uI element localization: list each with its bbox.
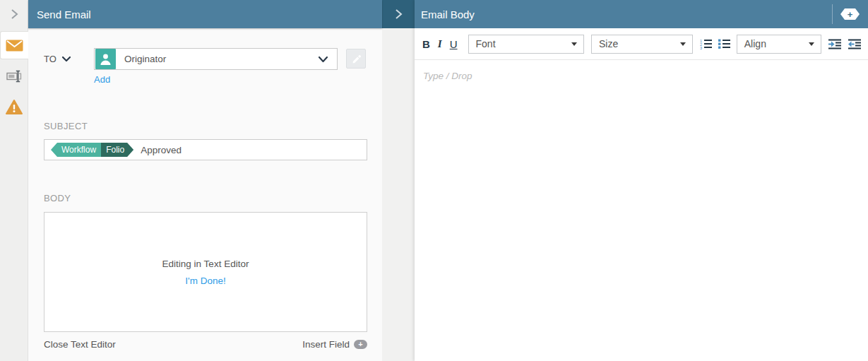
indent-icon [828,39,842,49]
caret-down-icon [571,42,577,46]
size-dropdown-value: Size [599,38,618,49]
size-dropdown[interactable]: Size [591,35,693,54]
email-body-header: Email Body + [415,0,868,28]
add-recipient-link[interactable]: Add [94,74,110,85]
warning-triangle-icon [6,100,23,115]
close-text-editor-link[interactable]: Close Text Editor [44,339,116,350]
recipient-column: Originator Add [94,48,338,85]
bullet-list-button[interactable] [718,39,730,49]
caret-down-icon [680,42,686,46]
subject-text-value: Approved [141,145,182,155]
workflow-folio-tag[interactable]: Workflow Folio [51,143,133,157]
recipient-selected-value: Originator [124,54,318,64]
body-label: BODY [44,193,367,203]
plus-icon: + [848,10,853,19]
to-field-type-toggle[interactable]: TO [44,48,94,64]
recipient-select[interactable]: Originator [94,48,338,70]
outdent-icon [848,39,862,49]
insert-field-label: Insert Field [302,339,350,350]
svg-text:3: 3 [700,46,702,49]
recipient-avatar [95,49,116,69]
add-field-button[interactable]: + [840,8,860,20]
align-dropdown-value: Align [744,38,766,49]
email-body-panel: Email Body + B I U Font Size 1 2 3 [415,0,868,361]
sidebar-tab-fields[interactable] [0,62,28,90]
italic-button[interactable]: I [438,38,442,50]
pencil-icon [351,54,361,64]
send-email-panel: Send Email TO [28,0,382,361]
send-email-title: Send Email [37,8,91,20]
bullet-list-icon [718,39,730,49]
subject-label: SUBJECT [44,121,367,131]
caret-down-icon [809,42,814,46]
insert-field-link[interactable]: Insert Field + [302,339,367,350]
align-dropdown[interactable]: Align [737,35,821,54]
indent-button[interactable] [828,39,842,49]
font-dropdown-value: Font [476,38,496,49]
chevron-right-icon [10,8,19,20]
numbered-list-icon: 1 2 3 [700,39,712,49]
envelope-icon [6,40,23,52]
subject-input[interactable]: Workflow Folio Approved [44,139,367,160]
im-done-link[interactable]: I'm Done! [185,276,225,286]
tag-workflow: Workflow [51,143,101,157]
chevron-down-icon [61,56,71,62]
chevron-down-icon [318,56,328,63]
outdent-button[interactable] [848,39,862,49]
insert-field-plus-icon: + [354,340,367,349]
email-body-editor[interactable]: Type / Drop [415,60,868,91]
underline-button[interactable]: U [450,38,458,50]
chevron-right-icon [394,8,403,20]
sidebar-tab-warnings[interactable] [0,93,28,122]
body-editor-overlay: Editing in Text Editor I'm Done! [44,212,367,332]
header-divider [832,4,833,24]
tag-folio: Folio [101,143,133,157]
editor-placeholder: Type / Drop [423,71,472,81]
left-panel-collapse-button[interactable] [0,0,28,28]
email-body-collapse-button[interactable] [382,0,415,28]
ordered-list-button[interactable]: 1 2 3 [700,39,712,49]
panel-gutter [382,0,415,361]
to-label: TO [44,54,57,64]
email-body-title: Email Body [421,8,475,20]
send-email-body: TO Originator [28,28,382,361]
editing-status-text: Editing in Text Editor [162,259,249,269]
sidebar-tab-email[interactable] [0,31,28,59]
left-icon-sidebar [0,0,28,361]
bold-button[interactable]: B [422,38,430,50]
person-icon [100,53,112,66]
to-row: TO Originator [44,48,367,85]
workflow-email-designer: Send Email TO [0,0,868,361]
rich-text-toolbar: B I U Font Size 1 2 3 [415,28,868,60]
edit-recipient-button[interactable] [346,49,366,69]
send-email-header: Send Email [28,0,382,28]
font-dropdown[interactable]: Font [468,35,584,54]
text-field-icon [6,70,22,83]
body-footer: Close Text Editor Insert Field + [44,339,367,350]
